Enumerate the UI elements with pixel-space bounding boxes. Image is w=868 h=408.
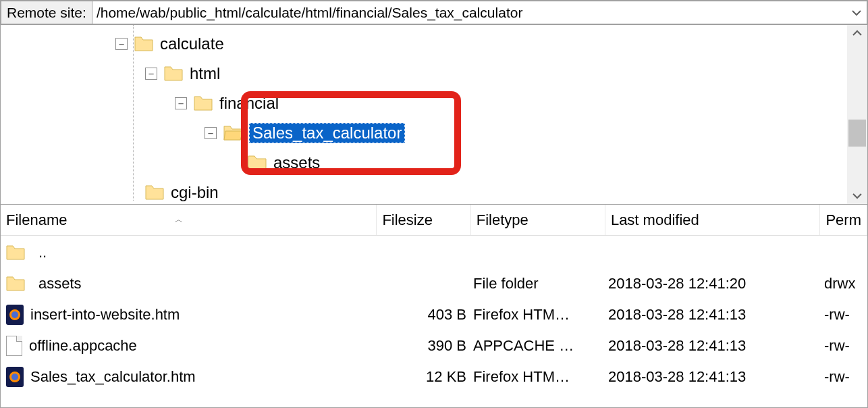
tree-label: calculate <box>160 34 224 53</box>
file-name: .. <box>38 244 47 261</box>
tree-node-assets[interactable]: assets <box>248 148 847 178</box>
file-permissions: -rw- <box>824 306 867 324</box>
remote-directory-tree: − calculate − html − financial − <box>1 25 867 205</box>
file-permissions: -rw- <box>824 337 867 355</box>
folder-icon <box>164 66 183 82</box>
tree-node-cgi-bin[interactable]: cgi-bin <box>145 178 847 204</box>
folder-icon <box>248 155 267 171</box>
file-list: .. assets File folder 2018-03-28 12:41:2… <box>1 236 867 392</box>
svg-point-3 <box>11 374 18 380</box>
file-name: insert-into-website.htm <box>30 306 180 324</box>
scrollbar-thumb[interactable] <box>848 120 866 147</box>
column-header-filesize[interactable]: Filesize <box>377 205 470 235</box>
file-permissions: drwx <box>824 275 867 292</box>
tree-label-selected: Sales_tax_calculator <box>249 123 405 143</box>
firefox-html-icon <box>6 367 24 387</box>
chevron-down-icon[interactable] <box>846 7 867 18</box>
remote-path-combo[interactable] <box>92 1 867 24</box>
remote-path-bar: Remote site: <box>1 1 867 25</box>
file-row[interactable]: Sales_tax_calculator.htm 12 KB Firefox H… <box>1 361 867 392</box>
collapse-icon[interactable]: − <box>115 38 128 50</box>
file-size: 12 KB <box>379 368 473 386</box>
file-type: Firefox HTM… <box>473 368 608 386</box>
column-header-modified[interactable]: Last modified <box>605 205 821 235</box>
column-header-filename[interactable]: Filename ︿ <box>1 205 377 235</box>
file-name: assets <box>38 275 82 292</box>
tree-scrollbar[interactable] <box>847 25 867 204</box>
folder-open-icon <box>223 125 242 141</box>
remote-path-input[interactable] <box>92 3 846 22</box>
file-size: 390 B <box>379 337 473 355</box>
collapse-icon[interactable]: − <box>145 68 157 80</box>
tree-node-calculate[interactable]: − calculate <box>115 29 847 59</box>
file-modified: 2018-03-28 12:41:13 <box>608 337 824 355</box>
column-label: Filename <box>6 211 67 229</box>
collapse-icon[interactable]: − <box>205 127 217 139</box>
remote-site-label: Remote site: <box>1 1 92 24</box>
column-header-permissions[interactable]: Perm <box>820 205 867 235</box>
file-modified: 2018-03-28 12:41:20 <box>608 275 824 292</box>
file-modified: 2018-03-28 12:41:13 <box>608 368 824 386</box>
tree-node-financial[interactable]: − financial <box>175 88 847 118</box>
folder-icon <box>6 276 25 292</box>
file-permissions: -rw- <box>824 368 867 386</box>
firefox-html-icon <box>6 305 24 325</box>
file-list-header: Filename ︿ Filesize Filetype Last modifi… <box>1 205 867 236</box>
tree-node-html[interactable]: − html <box>145 59 847 88</box>
folder-icon <box>134 36 153 52</box>
scroll-down-icon[interactable] <box>852 190 863 201</box>
tree-label: html <box>190 64 220 83</box>
tree-label: assets <box>273 153 320 172</box>
file-row[interactable]: assets File folder 2018-03-28 12:41:20 d… <box>1 268 867 299</box>
file-modified: 2018-03-28 12:41:13 <box>608 306 824 324</box>
file-type: Firefox HTM… <box>473 306 608 324</box>
svg-point-1 <box>11 311 18 318</box>
scroll-up-icon[interactable] <box>852 28 863 39</box>
file-name: offline.appcache <box>29 337 137 355</box>
tree-content: − calculate − html − financial − <box>1 25 847 204</box>
sort-ascending-icon: ︿ <box>175 214 183 226</box>
tree-label: cgi-bin <box>171 183 219 202</box>
file-row[interactable]: offline.appcache 390 B APPCACHE … 2018-0… <box>1 330 867 361</box>
folder-icon <box>145 184 164 201</box>
file-size: 403 B <box>379 306 473 324</box>
file-name: Sales_tax_calculator.htm <box>30 368 196 386</box>
file-type: APPCACHE … <box>473 337 608 355</box>
tree-node-sales-tax-calculator[interactable]: − Sales_tax_calculator <box>205 118 847 148</box>
folder-icon <box>6 245 25 261</box>
column-header-filetype[interactable]: Filetype <box>471 205 605 235</box>
generic-file-icon <box>6 336 22 356</box>
file-row-parent[interactable]: .. <box>1 237 867 268</box>
folder-icon <box>194 95 213 111</box>
file-row[interactable]: insert-into-website.htm 403 B Firefox HT… <box>1 299 867 330</box>
tree-label: financial <box>219 94 279 113</box>
file-type: File folder <box>473 275 608 292</box>
collapse-icon[interactable]: − <box>175 97 187 109</box>
